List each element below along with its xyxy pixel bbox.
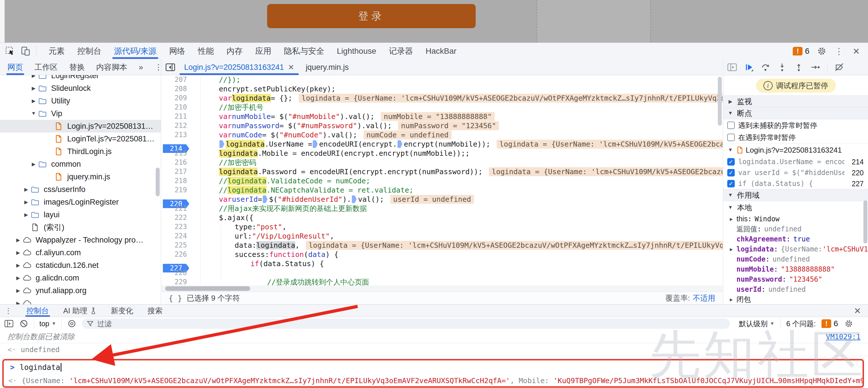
more-tabs-chevron[interactable]: » xyxy=(139,59,143,75)
breakpoint-gutter[interactable] xyxy=(189,167,200,176)
scope-variable-userId[interactable]: userId:undefined xyxy=(723,284,868,294)
scope-variable-闭包[interactable]: ▶闭包 xyxy=(723,294,868,304)
editor-vertical-scrollbar[interactable] xyxy=(718,77,722,126)
pause-uncaught-row[interactable]: 遇到未捕获的异常时暂停 xyxy=(723,119,868,131)
issues-badge[interactable]: ! 6 xyxy=(793,47,809,56)
devtools-tab-HackBar[interactable]: HackBar xyxy=(426,43,456,59)
step-over-icon[interactable] xyxy=(761,62,770,72)
code-line-215[interactable]: 215logindata.Mobile = encodeURI(encrypt.… xyxy=(161,149,723,158)
scroll-thumb[interactable] xyxy=(165,286,250,291)
code-line-208[interactable]: 208encrypt.setPublicKey(pkey); xyxy=(161,84,723,93)
clear-console-icon[interactable] xyxy=(19,319,29,329)
tree-item-jquery-min-js[interactable]: jquery.min.js xyxy=(0,171,161,183)
devtools-tab-网络[interactable]: 网络 xyxy=(169,43,185,59)
sidebar-scrollbar[interactable] xyxy=(156,168,160,196)
tree-item-common[interactable]: ▶common xyxy=(0,158,161,171)
code-line-209[interactable]: 209var logindata = {};logindata = {UserN… xyxy=(161,93,723,102)
live-expression-eye-icon[interactable] xyxy=(67,319,77,329)
tree-item-loginregister[interactable]: ▶LoginRegister xyxy=(0,75,161,82)
code-line-221[interactable]: 221//用ajax来实现不刷新网页的基础上更新数据 xyxy=(161,204,723,213)
breakpoint-gutter[interactable] xyxy=(189,185,200,195)
tree-item-logintel-js-v-2025081-[interactable]: LoginTel.js?v=2025081… xyxy=(0,132,161,145)
breakpoint-gutter[interactable] xyxy=(189,268,200,277)
code-line-229[interactable]: 229//登录成功跳转到个人中心页面 xyxy=(161,277,723,286)
devtools-tab-内存[interactable]: 内存 xyxy=(227,43,243,59)
console-context-select[interactable]: top ▼ xyxy=(39,320,56,328)
console-issues-badge[interactable]: ! 6 xyxy=(822,319,838,328)
devtools-tab-源代码/来源[interactable]: 源代码/来源 xyxy=(114,43,157,59)
navigator-tab-内容脚本[interactable]: 内容脚本 xyxy=(96,59,127,75)
code-line-227[interactable]: 227if (data.Status) { xyxy=(161,259,723,268)
close-drawer-icon[interactable]: ✕ xyxy=(854,306,868,316)
devtools-tab-元素[interactable]: 元素 xyxy=(49,43,65,59)
console-sidebar-icon[interactable] xyxy=(4,319,14,329)
breakpoint-gutter[interactable] xyxy=(189,130,200,140)
drawer-tab-AI 助理[interactable]: AI 助理 xyxy=(63,305,96,317)
code-line-212[interactable]: 212var numPassword = $("#numPassword").v… xyxy=(161,121,723,130)
breakpoint-gutter[interactable] xyxy=(189,204,200,213)
tree-item-ynuf-aliapp-org[interactable]: ▶ynuf.aliapp.org xyxy=(0,284,161,297)
tree-item[interactable]: ▶ xyxy=(0,297,161,304)
breakpoint-gutter[interactable] xyxy=(189,84,200,93)
scope-variable-返回值[interactable]: 返回值:undefined xyxy=(723,224,868,234)
breakpoint-entry[interactable]: ✓if (data.Status) {227 xyxy=(723,178,868,189)
devtools-tab-应用[interactable]: 应用 xyxy=(255,43,272,59)
breakpoint-gutter[interactable] xyxy=(189,277,200,286)
breakpoint-gutter[interactable] xyxy=(189,121,200,130)
breakpoint-gutter[interactable] xyxy=(189,195,200,204)
checkbox-checked[interactable]: ✓ xyxy=(727,180,735,187)
deactivate-breakpoints-icon[interactable] xyxy=(834,62,844,72)
code-line-224[interactable]: 224url: "/Vip/LoginResult", xyxy=(161,231,723,241)
devtools-tab-控制台[interactable]: 控制台 xyxy=(77,43,101,59)
checkbox-checked[interactable]: ✓ xyxy=(727,169,735,176)
breakpoint-gutter[interactable] xyxy=(189,75,200,84)
breakpoint-gutter[interactable] xyxy=(189,149,200,158)
tree-item-css-userinfo[interactable]: ▶css/userInfo xyxy=(0,183,161,196)
breakpoint-gutter[interactable] xyxy=(189,231,200,241)
editor-tab-Login-js-v-20250813163241[interactable]: Login.js?v=20250813163241✕ xyxy=(178,59,300,75)
code-line-223[interactable]: 223type: "post", xyxy=(161,222,723,231)
checkbox-unchecked[interactable] xyxy=(727,122,735,129)
breakpoint-gutter[interactable] xyxy=(189,222,200,231)
checkbox-checked[interactable]: ✓ xyxy=(727,158,735,166)
scope-section-header[interactable]: ▼ 作用域 xyxy=(723,189,868,201)
breakpoint-gutter[interactable] xyxy=(189,250,200,259)
code-line-226[interactable]: 226success: function (data) { xyxy=(161,250,723,259)
tree-item-cstaticdun-126-net[interactable]: ▶cstaticdun.126.net xyxy=(0,259,161,272)
code-line-214[interactable]: 214logindata.UserName = encodeURI(encryp… xyxy=(161,140,723,149)
console-filter-input[interactable]: 过滤 xyxy=(82,319,730,329)
breakpoint-gutter[interactable] xyxy=(189,213,200,222)
drawer-tab-新变化[interactable]: 新变化 xyxy=(111,305,133,317)
log-level-select[interactable]: 默认级别 ▼ xyxy=(739,319,775,329)
tree-item-login-js-v-202508131-[interactable]: Login.js?v=202508131… xyxy=(0,120,161,132)
inspect-element-icon[interactable] xyxy=(5,46,15,56)
watch-section-header[interactable]: ▶ 监视 xyxy=(723,95,868,108)
tree-item-layui[interactable]: ▶layui xyxy=(0,208,161,221)
settings-gear-icon[interactable] xyxy=(817,46,827,56)
breakpoint-gutter[interactable] xyxy=(189,93,200,102)
tree-item--[interactable]: (索引) xyxy=(0,221,161,234)
breakpoint-gutter[interactable] xyxy=(189,241,200,250)
scope-variable-logindata[interactable]: ▶logindata:{UserName: 'lcm+CSHuV109M/ xyxy=(723,244,868,254)
scope-local-group[interactable]: ▼ 本地 xyxy=(723,201,868,214)
breakpoint-gutter[interactable] xyxy=(189,158,200,167)
breakpoint-gutter[interactable] xyxy=(189,112,200,121)
step-icon[interactable] xyxy=(811,62,820,72)
code-line-219[interactable]: 219//logindata.NECaptchaValidate = ret.v… xyxy=(161,185,723,195)
debugger-scrollbar[interactable] xyxy=(863,200,867,243)
editor-horizontal-scrollbar[interactable] xyxy=(161,286,723,292)
navigator-tab-替换[interactable]: 替换 xyxy=(69,59,85,75)
editor-tab-jquery-min-js[interactable]: jquery.min.js xyxy=(300,59,354,75)
navigator-tab-工作区[interactable]: 工作区 xyxy=(34,59,58,75)
code-line-216[interactable]: 216//加密密码 xyxy=(161,158,723,167)
breakpoint-gutter[interactable] xyxy=(189,140,200,149)
coverage-value[interactable]: 不适用 xyxy=(693,294,715,302)
pretty-print-icon[interactable]: { } xyxy=(168,294,182,303)
console-settings-gear-icon[interactable] xyxy=(844,319,854,329)
breakpoints-section-header[interactable]: ▼ 断点 xyxy=(723,108,868,119)
tree-item-thirdlogin-js[interactable]: ThirdLogin.js xyxy=(0,145,161,158)
breakpoint-file-group[interactable]: ▼ Login.js?v=20250813163241 xyxy=(723,143,868,156)
code-line-220[interactable]: 220var userId = $("#hiddenUserId").val()… xyxy=(161,195,723,204)
drawer-kebab-icon[interactable]: ⋮ xyxy=(5,306,12,315)
pause-caught-row[interactable]: 在遇到异常时暂停 xyxy=(723,131,868,143)
